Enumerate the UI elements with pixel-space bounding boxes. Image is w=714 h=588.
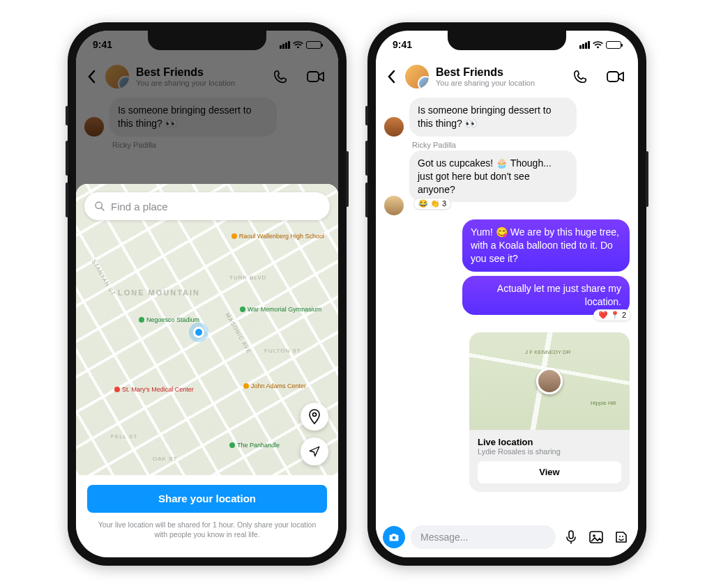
map-neighborhood-label: LONE MOUNTAIN (118, 288, 200, 297)
map-poi: St. Mary's Medical Center (114, 386, 194, 393)
notch (148, 31, 266, 50)
share-location-button[interactable]: Share your location (87, 485, 327, 513)
camera-button[interactable] (383, 526, 405, 548)
location-sheet: LONE MOUNTAIN TURK BLVD FULTON ST FELL S… (76, 184, 338, 557)
street-label: FELL ST (111, 433, 137, 440)
svg-point-5 (393, 536, 396, 539)
sender-avatar[interactable] (384, 196, 404, 215)
live-location-card[interactable]: J F KENNEDY DR Hippie Hill Live location… (469, 332, 630, 492)
sticker-button[interactable] (612, 527, 631, 547)
chat-subtitle: You are sharing your location (436, 79, 560, 87)
message-input[interactable]: Message... (411, 525, 556, 549)
message-placeholder: Message... (420, 532, 468, 543)
map-poi: The Panhandle (229, 442, 280, 449)
map-poi: Raoul Wallenberg High School (231, 233, 324, 240)
message-reactions[interactable]: ❤️ 📍 2 (593, 309, 631, 321)
mic-button[interactable] (561, 527, 581, 547)
current-location-dot (193, 327, 204, 338)
svg-line-2 (101, 208, 104, 210)
notch (448, 31, 566, 50)
street-label: FULTON ST (264, 348, 301, 354)
message-bubble[interactable]: Is someone bringing dessert to this thin… (409, 98, 577, 137)
svg-point-3 (313, 412, 317, 416)
location-avatar (536, 368, 563, 394)
back-button[interactable] (384, 70, 398, 84)
wifi-icon (593, 41, 603, 49)
location-map-thumbnail: J F KENNEDY DR Hippie Hill (469, 332, 630, 430)
status-time: 9:41 (393, 39, 412, 50)
phone-right: 9:41 Best Friends You are sharing your l… (367, 22, 646, 566)
gallery-button[interactable] (586, 527, 606, 547)
search-icon (94, 201, 105, 212)
search-placeholder: Find a place (111, 201, 168, 212)
sender-avatar[interactable] (384, 117, 404, 137)
chat-header: Best Friends You are sharing your locati… (376, 59, 638, 98)
svg-point-10 (622, 536, 623, 537)
street-label: TURK BLVD (229, 274, 266, 281)
message-list[interactable]: Is someone bringing dessert to this thin… (376, 98, 638, 520)
location-card-title: Live location (478, 437, 621, 447)
location-card-subtitle: Lydie Rosales is sharing (478, 447, 621, 456)
map-poi: Negoesco Stadium (139, 316, 199, 323)
svg-point-8 (593, 534, 595, 537)
video-call-button[interactable] (602, 63, 630, 91)
message-bubble[interactable]: Yum! 😋 We are by this huge tree, with a … (462, 219, 630, 272)
chat-title: Best Friends (436, 66, 560, 79)
map-poi: John Adams Center (243, 382, 306, 389)
svg-point-9 (619, 536, 621, 537)
svg-rect-6 (569, 531, 573, 539)
sender-name: Ricky Padilla (412, 141, 630, 149)
audio-call-button[interactable] (567, 63, 595, 91)
view-location-button[interactable]: View (478, 461, 621, 483)
composer-bar: Message... (376, 521, 638, 557)
group-avatar[interactable] (405, 65, 429, 88)
battery-icon (606, 41, 621, 49)
message-bubble[interactable]: Got us cupcakes! 🧁 Though... just got he… (409, 150, 577, 203)
map-view[interactable]: LONE MOUNTAIN TURK BLVD FULTON ST FELL S… (76, 184, 338, 475)
phone-left: 9:41 Best Friends You are sharing your l… (68, 22, 347, 566)
place-search-input[interactable]: Find a place (84, 192, 330, 220)
signal-icon (579, 41, 590, 49)
svg-rect-4 (607, 72, 618, 82)
street-label: OAK ST (153, 456, 177, 462)
message-reactions[interactable]: 😂 👏 3 (413, 198, 451, 210)
recenter-button[interactable] (301, 438, 328, 465)
pin-location-button[interactable] (301, 403, 328, 431)
location-disclaimer: Your live location will be shared for 1 … (87, 520, 327, 539)
map-poi: War Memorial Gymnasium (240, 306, 321, 313)
